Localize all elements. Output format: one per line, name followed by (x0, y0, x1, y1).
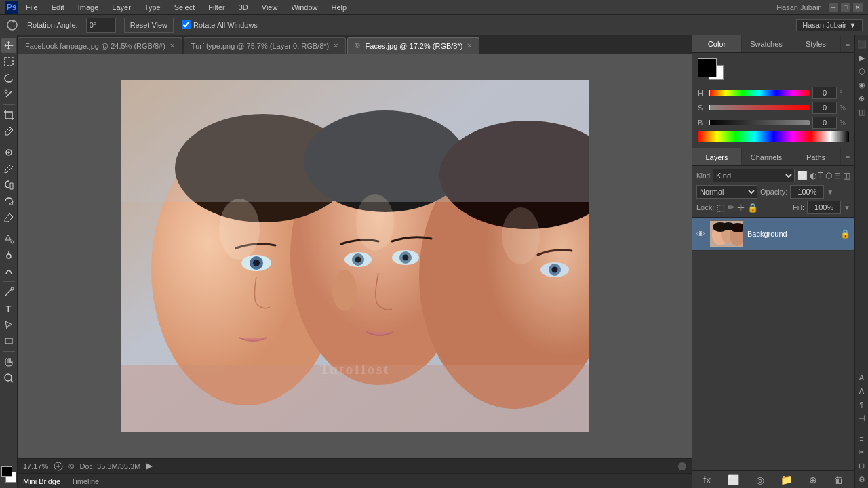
pen-tool[interactable] (1, 285, 16, 300)
fill-input[interactable] (807, 201, 841, 214)
opacity-input[interactable] (790, 185, 824, 199)
panel-icon-3[interactable]: ⬡ (856, 65, 868, 77)
brightness-slider[interactable] (709, 120, 810, 125)
tab-turf-close[interactable]: ✕ (333, 42, 338, 49)
menu-view[interactable]: View (259, 2, 281, 13)
dodge-tool[interactable] (1, 247, 16, 262)
tab-facebook[interactable]: Facebook fanpage.jpg @ 24.5% (RGB/8#) ✕ (18, 37, 182, 54)
paint-bucket-tool[interactable] (1, 231, 16, 246)
filter-link-icon[interactable]: ◫ (843, 171, 850, 180)
menu-file[interactable]: File (23, 2, 41, 13)
opacity-arrow[interactable]: ▼ (827, 188, 833, 196)
shape-tool[interactable] (1, 333, 16, 348)
menu-bar[interactable]: File Edit Image Layer Type Select Filter… (23, 2, 349, 13)
menu-3d[interactable]: 3D (236, 2, 251, 13)
layer-item-background[interactable]: 👁 Background 🔒 (692, 218, 854, 251)
color-panel-menu[interactable]: ≡ (841, 35, 854, 52)
rotate-all-windows-checkbox[interactable]: Rotate All Windows (182, 20, 258, 29)
filter-adjust-icon[interactable]: ◐ (810, 171, 816, 180)
layer-adjustment-button[interactable]: ◎ (753, 473, 767, 487)
filter-shape-icon[interactable]: ⬡ (825, 171, 832, 180)
layer-visibility-icon[interactable]: 👁 (696, 229, 705, 239)
tab-facebook-close[interactable]: ✕ (170, 42, 175, 49)
panel-icon-9[interactable]: ¶ (856, 399, 868, 411)
panel-icon-2[interactable]: ▶ (856, 52, 868, 64)
marquee-tool[interactable] (1, 54, 16, 69)
lock-paint-icon[interactable]: ✏ (728, 203, 734, 212)
magic-wand-tool[interactable] (1, 87, 16, 102)
saturation-slider[interactable] (709, 105, 810, 110)
eyedropper-tool[interactable] (1, 124, 16, 139)
menu-edit[interactable]: Edit (49, 2, 67, 13)
color-tab[interactable]: Color (692, 35, 742, 52)
hand-tool[interactable] (1, 354, 16, 369)
zoom-tool[interactable] (1, 371, 16, 386)
panel-icon-12[interactable]: ✂ (856, 446, 868, 458)
eraser-tool[interactable] (1, 210, 16, 225)
blur-tool[interactable] (1, 264, 16, 279)
panel-icon-10[interactable]: ⊣ (856, 412, 868, 424)
panel-icon-13[interactable]: ⊟ (856, 460, 868, 472)
panel-icon-4[interactable]: ◉ (856, 79, 868, 91)
history-brush-tool[interactable] (1, 194, 16, 209)
reset-view-button[interactable]: Reset View (124, 18, 174, 33)
tab-turf[interactable]: Turf type.png @ 75.7% (Layer 0, RGB/8*) … (184, 37, 346, 54)
hue-slider[interactable] (709, 90, 810, 96)
canvas-viewport[interactable]: TutoHost (18, 54, 692, 458)
panel-icon-11[interactable]: ≡ (856, 432, 868, 445)
menu-help[interactable]: Help (329, 2, 350, 13)
filter-type-icon[interactable]: T (818, 171, 823, 180)
panel-icon-6[interactable]: ◫ (856, 106, 868, 118)
tab-faces[interactable]: © Faces.jpg @ 17.2% (RGB/8*) ✕ (347, 37, 479, 54)
color-picker[interactable] (1, 466, 16, 483)
lock-move-icon[interactable]: ✛ (737, 203, 745, 213)
layers-panel-menu[interactable]: ≡ (841, 148, 854, 165)
foreground-color-swatch[interactable] (698, 58, 717, 77)
workspace-selector[interactable]: Hasan Jubair ▼ (796, 19, 863, 31)
close-button[interactable]: ✕ (853, 3, 863, 12)
clone-stamp-tool[interactable] (1, 178, 16, 192)
menu-image[interactable]: Image (75, 2, 102, 13)
lock-all-icon[interactable]: 🔒 (747, 203, 758, 213)
new-layer-button[interactable]: ⊕ (806, 473, 820, 487)
lock-transparent-icon[interactable]: ⬚ (717, 203, 725, 213)
brush-tool[interactable] (1, 161, 16, 176)
filter-pixel-icon[interactable]: ⬜ (797, 171, 808, 180)
mini-bridge-tab[interactable]: Mini Bridge (23, 477, 60, 485)
scrollbar-thumb[interactable] (678, 462, 686, 470)
tab-faces-close[interactable]: ✕ (467, 42, 472, 49)
path-selection-tool[interactable] (1, 317, 16, 332)
delete-layer-button[interactable]: 🗑 (831, 473, 846, 487)
swatches-tab[interactable]: Swatches (742, 35, 791, 52)
layers-tab[interactable]: Layers (692, 148, 742, 165)
panel-arrange-icon[interactable]: ⬛ (856, 38, 868, 50)
menu-type[interactable]: Type (142, 2, 163, 13)
maximize-button[interactable]: □ (841, 3, 850, 12)
filter-smart-icon[interactable]: ⊟ (834, 171, 841, 180)
foreground-color[interactable] (1, 466, 12, 477)
timeline-tab[interactable]: Timeline (71, 477, 99, 485)
paths-tab[interactable]: Paths (791, 148, 841, 165)
color-spectrum-bar[interactable] (698, 131, 849, 142)
panel-icon-8[interactable]: A (856, 385, 868, 397)
crop-tool[interactable] (1, 108, 16, 123)
fill-arrow[interactable]: ▼ (844, 204, 850, 211)
saturation-value[interactable] (812, 102, 837, 114)
panel-icon-5[interactable]: ⊕ (856, 92, 868, 104)
blend-mode-select[interactable]: Normal (696, 185, 757, 199)
menu-select[interactable]: Select (172, 2, 198, 13)
brightness-value[interactable] (812, 117, 837, 129)
healing-brush-tool[interactable] (1, 145, 16, 160)
new-group-button[interactable]: 📁 (778, 473, 795, 487)
rotation-angle-input[interactable] (86, 18, 116, 33)
minimize-button[interactable]: ─ (829, 3, 838, 12)
panel-icon-14[interactable]: ⚙ (856, 473, 868, 485)
styles-tab[interactable]: Styles (791, 35, 841, 52)
hue-value[interactable] (812, 87, 837, 99)
filter-kind-select[interactable]: Kind (713, 169, 795, 182)
move-tool[interactable] (1, 38, 16, 53)
menu-layer[interactable]: Layer (109, 2, 134, 13)
menu-filter[interactable]: Filter (205, 2, 227, 13)
layer-lock-icon[interactable]: 🔒 (840, 229, 850, 239)
menu-window[interactable]: Window (288, 2, 320, 13)
